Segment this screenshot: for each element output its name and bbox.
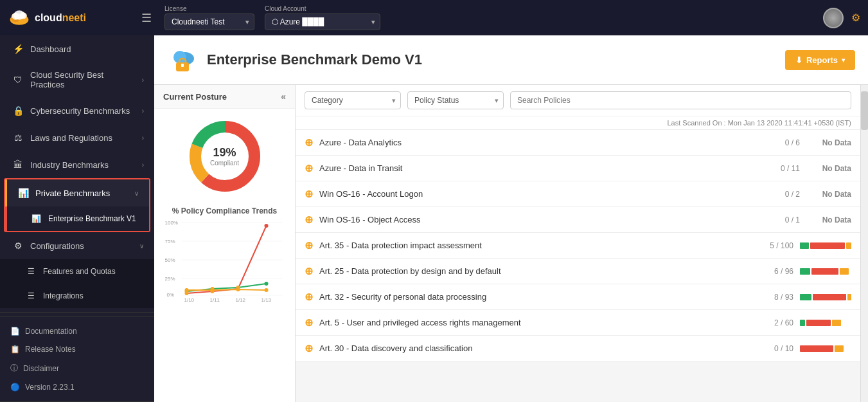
chevron-down-icon: ∨ — [134, 190, 139, 197]
reports-button[interactable]: ⬇ Reports ▾ — [785, 50, 855, 70]
expand-icon[interactable]: ⊕ — [305, 342, 313, 354]
svg-text:25%: 25% — [165, 276, 175, 282]
bar-segment-red — [813, 294, 846, 300]
trend-title: % Policy Compliance Trends — [162, 206, 287, 215]
logo: cloudneeti — [8, 8, 123, 28]
bar-segment-yellow — [847, 294, 851, 300]
category-filter[interactable]: Category — [305, 91, 401, 109]
topbar: cloudneeti ☰ License Cloudneeti Test Clo… — [0, 0, 868, 35]
expand-icon[interactable]: ⊕ — [305, 316, 313, 329]
version-icon: 🔵 — [10, 383, 20, 392]
sidebar-item-documentation[interactable]: 📄 Documentation — [0, 322, 154, 340]
policy-status-filter[interactable]: Policy Status — [407, 91, 504, 109]
expand-icon[interactable]: ⊕ — [305, 239, 313, 251]
documentation-icon: 📄 — [10, 327, 20, 336]
expand-icon[interactable]: ⊕ — [305, 291, 313, 303]
expand-icon[interactable]: ⊕ — [305, 265, 313, 277]
cloud-account-select[interactable]: ⬡ Azure ████ — [265, 14, 380, 30]
sidebar-sub-item-features[interactable]: ☰ Features and Quotas — [0, 259, 154, 284]
policy-name: Art. 32 - Security of personal data proc… — [319, 292, 748, 302]
sidebar-item-private[interactable]: 📊 Private Benchmarks ∨ — [5, 179, 149, 206]
policy-status: No Data — [806, 190, 851, 199]
bar-segment-red — [810, 242, 845, 249]
sidebar-sub-item-label: Features and Quotas — [43, 267, 116, 276]
policy-count: 0 / 10 — [755, 344, 793, 353]
svg-text:1/10: 1/10 — [184, 297, 195, 303]
policy-name: Art. 5 - User and privileged access righ… — [319, 318, 748, 327]
sidebar-bottom-label: Disclaimer — [23, 364, 59, 373]
posture-title: Current Posture — [163, 92, 227, 102]
table-row: ⊕ Win OS-16 - Object Access 0 / 1 No Dat… — [296, 207, 860, 233]
sidebar-bottom-label: Documentation — [25, 327, 77, 336]
svg-point-32 — [265, 224, 269, 228]
posture-collapse-icon[interactable]: « — [281, 91, 286, 102]
scrollbar-thumb[interactable] — [861, 91, 868, 130]
svg-text:1/12: 1/12 — [236, 297, 246, 303]
private-benchmarks-icon: 📊 — [17, 187, 29, 199]
donut-wrapper: 19% Compliant — [154, 109, 295, 200]
sidebar-sub-item-label: Enterprise Benchmark V1 — [48, 214, 136, 223]
laws-icon: ⚖ — [12, 132, 24, 143]
settings-icon[interactable]: ⚙ — [851, 12, 860, 24]
policy-count: 5 / 100 — [755, 241, 793, 250]
bar-segment-yellow — [832, 320, 841, 326]
license-select[interactable]: Cloudneeti Test — [164, 14, 254, 30]
policy-name: Art. 30 - Data discovery and classificat… — [319, 343, 748, 353]
expand-icon[interactable]: ⊕ — [305, 162, 313, 174]
donut-chart: 19% Compliant — [186, 118, 263, 195]
sidebar-sub-item-label: Integrations — [43, 291, 84, 300]
avatar[interactable] — [823, 8, 844, 28]
dashboard-icon: ⚡ — [12, 43, 24, 55]
expand-icon[interactable]: ⊕ — [305, 136, 313, 149]
sidebar-item-dashboard[interactable]: ⚡ Dashboard — [0, 35, 154, 62]
svg-point-37 — [185, 288, 189, 292]
sidebar-item-laws[interactable]: ⚖ Laws and Regulations › — [0, 124, 154, 151]
bar-segment-yellow — [835, 345, 844, 352]
scrollbar[interactable] — [860, 85, 868, 402]
policy-status-filter-wrapper: Policy Status — [407, 91, 504, 109]
license-label: License — [164, 5, 254, 12]
bar-segment-red — [811, 268, 838, 275]
configurations-icon: ⚙ — [12, 240, 24, 251]
logo-icon — [8, 8, 31, 28]
table-row: ⊕ Art. 32 - Security of personal data pr… — [296, 284, 860, 310]
svg-point-4 — [12, 12, 20, 19]
sidebar-bottom-label: Release Notes — [25, 345, 76, 354]
sidebar-item-cybersecurity[interactable]: 🔒 Cybersecurity Benchmarks › — [0, 97, 154, 124]
search-input[interactable] — [510, 91, 851, 109]
sidebar-item-label: Private Benchmarks — [35, 188, 110, 198]
sidebar: ⚡ Dashboard 🛡 Cloud Security Best Practi… — [0, 35, 154, 402]
sidebar-sub-item-enterprise[interactable]: 📊 Enterprise Benchmark V1 — [5, 206, 149, 231]
sidebar-item-disclaimer[interactable]: ⓘ Disclaimer — [0, 358, 154, 378]
chevron-right-icon: › — [142, 161, 144, 169]
posture-header: Current Posture « — [154, 85, 295, 109]
svg-text:0%: 0% — [167, 292, 175, 298]
sidebar-item-cloud-security[interactable]: 🛡 Cloud Security Best Practices › — [0, 62, 154, 97]
reports-caret-icon: ▾ — [842, 57, 845, 64]
policy-status: No Data — [806, 215, 851, 224]
table-row: ⊕ Art. 30 - Data discovery and classific… — [296, 336, 860, 361]
policy-count: 0 / 6 — [761, 138, 800, 147]
svg-point-39 — [236, 288, 240, 291]
expand-icon[interactable]: ⊕ — [305, 188, 313, 200]
policy-name: Azure - Data Analytics — [319, 138, 755, 147]
sidebar-item-industry[interactable]: 🏛 Industry Benchmarks › — [0, 151, 154, 178]
cloud-account-label: Cloud Account — [265, 5, 380, 12]
configurations-submenu: ☰ Features and Quotas ☰ Integrations — [0, 259, 154, 308]
sidebar-item-configurations[interactable]: ⚙ Configurations ∨ — [0, 232, 154, 259]
policy-count: 0 / 2 — [761, 190, 800, 199]
topbar-right: ⚙ — [823, 8, 860, 28]
svg-point-38 — [211, 288, 215, 292]
sidebar-sub-item-integrations[interactable]: ☰ Integrations — [0, 284, 154, 308]
policy-count: 0 / 1 — [761, 215, 800, 224]
hamburger-menu[interactable]: ☰ — [141, 11, 152, 25]
sidebar-item-release-notes[interactable]: 📋 Release Notes — [0, 340, 154, 358]
cloud-account-select-wrapper: ⬡ Azure ████ — [265, 14, 380, 30]
table-row: ⊕ Art. 25 - Data protection by design an… — [296, 259, 860, 284]
features-icon: ☰ — [25, 266, 37, 277]
policy-name: Win OS-16 - Account Logon — [319, 189, 755, 199]
policy-status: No Data — [806, 138, 851, 147]
policy-bar — [800, 242, 851, 249]
expand-icon[interactable]: ⊕ — [305, 214, 313, 226]
policy-count: 0 / 11 — [761, 164, 800, 173]
